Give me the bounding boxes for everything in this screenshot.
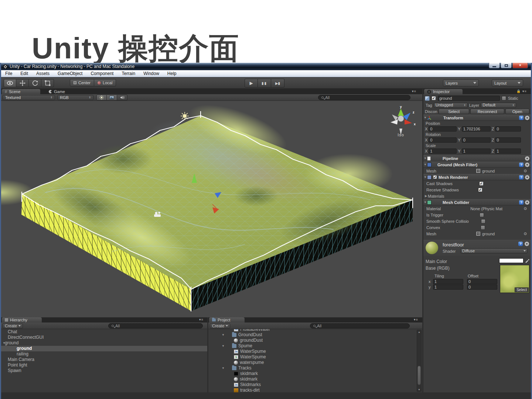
expander-icon[interactable]: ▼ — [423, 201, 427, 204]
hierarchy-item-ground-selected[interactable]: ground — [1, 346, 207, 351]
scene-search-field[interactable]: All — [318, 95, 410, 100]
gear-icon[interactable] — [525, 175, 529, 180]
view-tool-button[interactable] — [4, 79, 16, 87]
project-item[interactable]: skidmark — [208, 376, 416, 382]
move-tool-button[interactable] — [16, 79, 29, 87]
prefab-reconnect-button[interactable]: Reconnect — [470, 109, 504, 114]
receive-shadows-checkbox[interactable]: ✓ — [478, 188, 482, 192]
pipeline-header[interactable]: ▼ Pipeline — [423, 155, 531, 161]
prefab-open-button[interactable]: Open — [505, 109, 529, 114]
shader-dropdown[interactable]: Diffuse — [460, 248, 528, 253]
component-enabled-checkbox[interactable]: ✓ — [433, 175, 437, 179]
rotation-z-field[interactable]: 0 — [495, 137, 521, 143]
scene-panel-menu-button[interactable]: ▾≡ — [412, 89, 416, 93]
help-icon[interactable]: ? — [519, 163, 524, 167]
scene-viewport[interactable]: y z x Iso — [1, 101, 422, 317]
project-item[interactable]: SWaterSpume — [208, 354, 416, 360]
gear-icon[interactable] — [525, 116, 529, 120]
expander-icon[interactable]: ▼ — [208, 365, 222, 371]
inspector-panel-menu-button[interactable]: ▾≡ — [522, 89, 527, 93]
project-item[interactable]: ▼Tracks — [208, 365, 416, 371]
layout-dropdown[interactable]: Layout — [492, 79, 523, 86]
scale-x-field[interactable]: 1 — [429, 149, 457, 154]
help-icon[interactable]: ? — [519, 116, 524, 120]
expander-icon[interactable]: ▼ — [423, 157, 427, 160]
menu-assets[interactable]: Assets — [32, 70, 54, 77]
eyedropper-icon[interactable] — [525, 258, 530, 263]
inspector-lock-icon[interactable]: 🔒 — [516, 89, 521, 93]
name-field[interactable]: ground — [438, 96, 500, 101]
main-color-swatch[interactable] — [499, 258, 524, 263]
draw-mode-dropdown[interactable]: Textured ⇕ — [3, 95, 55, 100]
scale-tool-button[interactable] — [41, 79, 54, 87]
base-texture-thumbnail[interactable]: Select — [500, 265, 529, 293]
help-icon[interactable]: ? — [518, 242, 523, 246]
position-y-field[interactable]: 1.702106 — [462, 126, 491, 132]
tab-inspector[interactable]: i Inspector — [424, 89, 463, 94]
cast-shadows-checkbox[interactable]: ✓ — [479, 181, 484, 186]
project-item[interactable]: JsSkidmarks — [208, 382, 416, 388]
prefab-select-button[interactable]: Select — [439, 109, 469, 114]
project-item[interactable]: skidmark — [208, 371, 416, 376]
menu-component[interactable]: Component — [86, 70, 117, 77]
tag-dropdown[interactable]: Untagged⇕ — [434, 103, 468, 108]
color-mode-dropdown[interactable]: RGB ⇕ — [57, 95, 93, 100]
project-item[interactable]: waterspume — [208, 360, 416, 365]
hierarchy-item-ground-parent[interactable]: ▼ ground — [1, 340, 207, 346]
project-item[interactable]: ▼GroundDust — [208, 332, 416, 338]
gizmo-neg-x-axis[interactable] — [391, 119, 398, 125]
expander-icon[interactable]: ▶ — [424, 194, 428, 198]
project-item[interactable]: JsFloatableWater — [208, 329, 416, 332]
gear-icon[interactable] — [525, 242, 529, 246]
pivot-center-button[interactable]: Center — [70, 79, 94, 86]
smooth-sphere-checkbox[interactable] — [481, 219, 485, 224]
tab-scene[interactable]: # Scene — [2, 89, 40, 94]
project-item[interactable]: tracks-dirt — [208, 388, 416, 392]
rotation-x-field[interactable]: 0 — [429, 137, 457, 143]
hierarchy-panel-menu-button[interactable]: ▾≡ — [199, 318, 204, 321]
menu-window[interactable]: Window — [139, 70, 163, 77]
help-icon[interactable]: ? — [519, 200, 524, 205]
gear-icon[interactable] — [525, 163, 529, 167]
convex-checkbox[interactable] — [481, 225, 485, 230]
active-checkbox[interactable]: ✓ — [432, 96, 436, 100]
menu-terrain[interactable]: Terrain — [117, 70, 139, 77]
gear-icon[interactable] — [525, 156, 529, 161]
project-scrollbar[interactable]: ▲ ▼ — [417, 330, 422, 392]
close-button[interactable]: × — [512, 63, 528, 68]
project-panel-menu-button[interactable]: ▾≡ — [414, 318, 418, 321]
sun-gizmo-icon[interactable] — [181, 112, 189, 120]
hierarchy-item-chat[interactable]: Chat — [1, 329, 207, 335]
tab-game[interactable]: Game — [45, 89, 77, 94]
hierarchy-item-main-camera[interactable]: Main Camera — [1, 357, 207, 362]
menu-file[interactable]: File — [1, 70, 16, 77]
position-x-field[interactable]: 0 — [429, 126, 457, 132]
hierarchy-item-point-light[interactable]: Point light — [1, 362, 207, 368]
project-item[interactable]: ▼Spume — [208, 343, 416, 349]
texture-select-button[interactable]: Select — [515, 287, 529, 292]
project-item[interactable]: JsWaterSpume — [208, 349, 416, 354]
hierarchy-create-button[interactable]: Create — [3, 323, 23, 328]
expander-icon[interactable]: ▼ — [208, 332, 222, 338]
hierarchy-item-railing[interactable]: railing — [1, 351, 207, 357]
rotate-tool-button[interactable] — [29, 79, 41, 87]
window-titlebar[interactable]: Unity - Car Racing.unity - Networking - … — [1, 63, 531, 70]
gizmo-y-axis[interactable] — [398, 109, 404, 116]
scene-orientation-gizmo[interactable]: y z x Iso — [391, 105, 416, 137]
project-create-button[interactable]: Create — [210, 323, 230, 328]
expander-icon[interactable]: ▼ — [208, 343, 222, 349]
tab-project[interactable]: Project — [209, 317, 245, 323]
scene-lighting-toggle[interactable] — [96, 95, 107, 100]
hierarchy-item-spawn[interactable]: Spawn — [1, 368, 207, 374]
mesh-filter-header[interactable]: ▼ Ground (Mesh Filter) ? — [423, 161, 531, 168]
scrollbar-thumb[interactable] — [417, 366, 421, 385]
hierarchy-search-field[interactable]: All — [108, 323, 203, 328]
object-picker-icon[interactable]: ⊙ — [524, 232, 527, 236]
rotation-y-field[interactable]: 0 — [462, 137, 491, 143]
tiling-y-field[interactable]: 1 — [433, 284, 463, 290]
gizmo-z-axis[interactable] — [403, 113, 410, 120]
scene-audio-toggle[interactable] — [117, 95, 127, 100]
transform-header[interactable]: ▼ Transform ? — [423, 115, 531, 121]
layer-dropdown[interactable]: Default⇕ — [481, 103, 516, 108]
project-item[interactable]: groundDust — [208, 338, 416, 343]
